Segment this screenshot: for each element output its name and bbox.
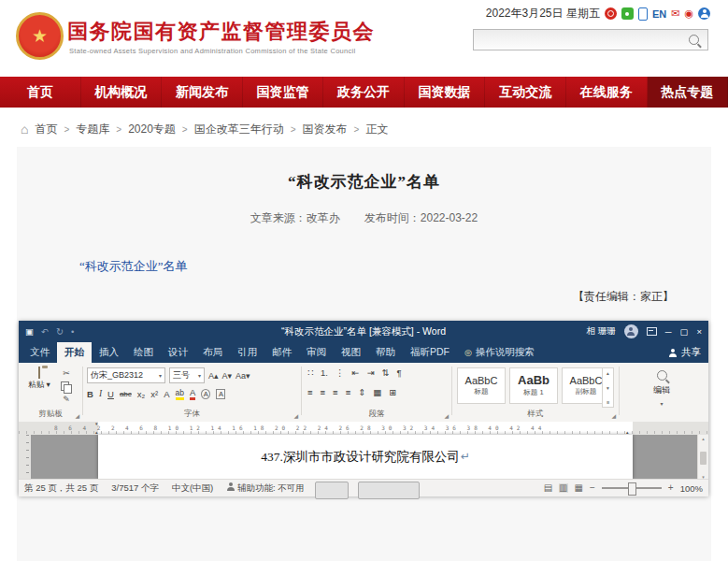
style-card-title[interactable]: AaBbC 标题: [457, 367, 506, 404]
document-page[interactable]: 437.深圳市市政设计研究院有限公司↵: [98, 435, 633, 479]
underline-icon[interactable]: U: [107, 389, 114, 399]
breadcrumb-reform-action[interactable]: 国企改革三年行动: [194, 122, 284, 137]
restore-button[interactable]: ▢: [679, 326, 688, 337]
nav-item-gov-disclosure[interactable]: 政务公开: [323, 77, 405, 108]
status-language[interactable]: 中文(中国): [172, 482, 213, 495]
search-icon[interactable]: [689, 35, 699, 45]
font-dialog-launcher-icon[interactable]: ◢: [293, 412, 298, 419]
pilcrow-icon[interactable]: ¶: [396, 367, 401, 378]
scroll-up-icon[interactable]: ▴: [702, 436, 705, 441]
subscript-icon[interactable]: x₂: [137, 389, 145, 399]
page-action-button-1[interactable]: [315, 482, 349, 499]
highlight-icon[interactable]: ab: [176, 388, 184, 400]
bold-icon[interactable]: B: [87, 389, 93, 399]
breadcrumb-topic-library[interactable]: 专题库: [76, 122, 109, 137]
nav-item-data[interactable]: 国资数据: [405, 77, 486, 108]
contact-icon[interactable]: ◉: [684, 8, 693, 19]
breadcrumb-2020-topics[interactable]: 2020专题: [128, 122, 176, 137]
shading-icon[interactable]: ▦: [373, 387, 381, 397]
language-en-link[interactable]: EN: [652, 8, 666, 20]
change-case-icon[interactable]: Aa▾: [236, 371, 250, 381]
decrease-indent-icon[interactable]: ⇤: [351, 367, 359, 378]
breadcrumb-release[interactable]: 国资发布: [303, 122, 348, 137]
tab-insert[interactable]: 插入: [92, 342, 126, 363]
tab-review[interactable]: 审阅: [299, 342, 334, 363]
text-effects-icon[interactable]: A: [164, 389, 169, 399]
scrollbar-thumb[interactable]: [700, 452, 707, 465]
zoom-in-icon[interactable]: +: [668, 483, 674, 493]
wechat-icon[interactable]: [621, 7, 634, 20]
superscript-icon[interactable]: x²: [150, 389, 158, 399]
mail-icon[interactable]: ✉: [671, 8, 679, 19]
style-card-heading1[interactable]: AaBb 标题 1: [509, 367, 558, 404]
cut-icon[interactable]: ✂: [63, 368, 70, 378]
styles-more-icon[interactable]: ≡: [607, 399, 609, 405]
tab-layout[interactable]: 布局: [195, 342, 230, 363]
clipboard-dialog-launcher-icon[interactable]: ◢: [75, 412, 79, 419]
multilevel-list-icon[interactable]: ⋮: [335, 367, 345, 378]
tab-home[interactable]: 开始: [57, 342, 92, 363]
align-right-icon[interactable]: ≡: [333, 387, 338, 397]
format-painter-icon[interactable]: ✎: [63, 395, 70, 404]
editing-button[interactable]: 编辑 ▾: [653, 370, 670, 407]
line-spacing-icon[interactable]: ⇕: [358, 387, 365, 397]
styles-scroll-up-icon[interactable]: ▴: [607, 370, 609, 376]
tab-help[interactable]: 帮助: [368, 342, 403, 363]
qat-more-icon[interactable]: •: [71, 326, 74, 337]
tab-draw[interactable]: 绘图: [126, 342, 161, 363]
styles-dialog-launcher-icon[interactable]: ◢: [611, 412, 616, 419]
align-center-icon[interactable]: ≡: [321, 387, 326, 397]
paragraph-dialog-launcher-icon[interactable]: ◢: [444, 412, 449, 419]
zoom-level[interactable]: 100%: [680, 483, 703, 494]
accessibility-icon[interactable]: [698, 7, 710, 20]
borders-icon[interactable]: ⊞: [389, 387, 396, 397]
copy-icon[interactable]: [61, 381, 69, 391]
nav-item-hot-topics[interactable]: 热点专题: [648, 77, 728, 108]
numbering-icon[interactable]: 1.: [321, 367, 328, 378]
close-button[interactable]: ×: [696, 326, 702, 337]
ribbon-display-options-icon[interactable]: [647, 327, 657, 336]
nav-item-interaction[interactable]: 互动交流: [485, 77, 566, 108]
weibo-icon[interactable]: [605, 7, 617, 20]
font-name-combo[interactable]: 仿宋_GB2312▾: [87, 367, 165, 383]
web-layout-icon[interactable]: ▦: [575, 483, 583, 493]
tab-file[interactable]: 文件: [22, 342, 57, 363]
redo-icon[interactable]: ↻: [56, 326, 64, 337]
increase-indent-icon[interactable]: ⇥: [366, 367, 374, 378]
nav-item-home[interactable]: 首页: [0, 77, 81, 108]
vertical-scrollbar[interactable]: ▴ ▾: [697, 435, 708, 481]
font-color-icon[interactable]: A: [190, 387, 195, 400]
vertical-ruler[interactable]: [19, 435, 32, 479]
nav-item-organization[interactable]: 机构概况: [81, 77, 163, 108]
tab-mailings[interactable]: 邮件: [264, 342, 299, 363]
zoom-out-icon[interactable]: −: [590, 483, 595, 493]
shrink-font-icon[interactable]: A▾: [222, 371, 233, 381]
user-avatar[interactable]: [624, 324, 638, 338]
font-size-combo[interactable]: 三号▾: [169, 367, 205, 383]
mobile-version-icon[interactable]: [638, 7, 648, 21]
justify-icon[interactable]: ≡: [346, 387, 351, 397]
align-left-icon[interactable]: ≡: [307, 387, 313, 397]
enclose-characters-icon[interactable]: A: [201, 389, 210, 399]
tab-references[interactable]: 引用: [230, 342, 264, 363]
nav-item-supervision[interactable]: 国资监管: [243, 77, 324, 108]
save-icon[interactable]: ▣: [25, 326, 34, 337]
breadcrumb-home[interactable]: 首页: [35, 122, 57, 137]
share-button[interactable]: 共享: [668, 342, 701, 363]
attachment-link[interactable]: “科改示范企业”名单: [79, 258, 188, 275]
sort-icon[interactable]: ⇅: [381, 367, 389, 378]
styles-scroll-down-icon[interactable]: ▾: [607, 385, 609, 391]
italic-icon[interactable]: I: [99, 389, 102, 398]
nav-item-services[interactable]: 在线服务: [566, 77, 648, 108]
first-line-indent-marker[interactable]: ▾: [95, 422, 98, 426]
character-border-icon[interactable]: A: [216, 389, 225, 399]
zoom-slider[interactable]: [602, 487, 662, 489]
print-layout-icon[interactable]: ▥: [559, 483, 567, 493]
strikethrough-icon[interactable]: abc: [120, 390, 132, 398]
tab-foxit-pdf[interactable]: 福昕PDF: [403, 342, 457, 363]
minimize-button[interactable]: ─: [665, 326, 672, 337]
status-word-count[interactable]: 3/7517 个字: [111, 482, 159, 495]
tell-me-search[interactable]: ◎ 操作说明搜索: [464, 342, 535, 363]
search-input[interactable]: [474, 32, 689, 48]
page-action-button-2[interactable]: [358, 482, 420, 499]
